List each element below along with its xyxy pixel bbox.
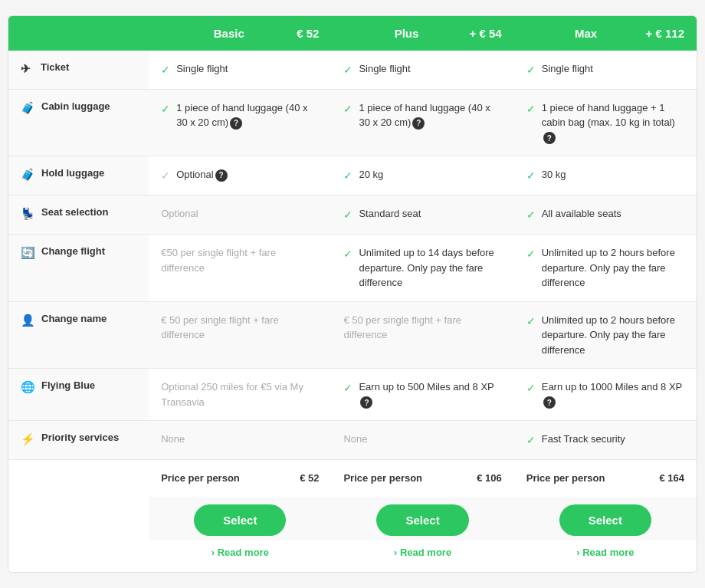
table-row: 👤 Change name € 50 per single flight + f… <box>8 301 697 369</box>
price-label-empty <box>8 460 149 497</box>
help-icon[interactable]: ? <box>215 169 228 182</box>
row-icon: 🧳 <box>21 101 35 115</box>
check-green-icon: ✓ <box>526 207 537 223</box>
cell-text: Optional? <box>176 167 227 182</box>
row-icon: ✈ <box>21 62 34 76</box>
select-empty <box>8 497 149 540</box>
check-green-icon: ✓ <box>526 432 537 448</box>
row-icon: 🔄 <box>21 246 35 260</box>
cell-content: € 50 per single flight + fare difference <box>161 313 319 343</box>
read-more-plus-link[interactable]: Read more <box>394 547 451 558</box>
plus-cell: ✓ Standard seat <box>331 195 513 235</box>
price-cell-content: Price per person € 52 <box>161 471 319 486</box>
cell-content: ✓ 1 piece of hand luggage + 1 cabin bag … <box>526 100 684 146</box>
row-label: 🔄 Change flight <box>21 245 136 260</box>
cell-text: Optional <box>161 206 198 222</box>
max-cell: ✓ All available seats <box>514 195 697 235</box>
cell-text: Unlimited up to 2 hours before departure… <box>542 313 684 358</box>
price-cell-plus-content: Price per person € 106 <box>343 471 501 486</box>
max-label: Max <box>575 27 597 40</box>
basic-cell: € 50 per single flight + fare difference <box>149 301 331 369</box>
cell-text: € 50 per single flight + fare difference <box>161 313 319 343</box>
cell-content: ✓ Single flight <box>161 61 319 78</box>
cell-text: None <box>161 432 185 447</box>
price-cell-basic: Price per person € 52 <box>149 460 331 497</box>
basic-cell: ✓ 1 piece of hand luggage (40 x 30 x 20 … <box>149 89 331 156</box>
check-green-icon: ✓ <box>161 62 172 78</box>
price-row: Price per person € 52 Price per person €… <box>8 460 697 497</box>
cell-content: ✓ Single flight <box>343 61 501 78</box>
check-green-icon: ✓ <box>343 62 354 78</box>
row-label-text: Seat selection <box>41 206 108 218</box>
check-green-icon: ✓ <box>343 246 354 262</box>
cell-content: None <box>161 432 319 447</box>
cell-text: None <box>343 432 367 447</box>
cell-text: Unlimited up to 2 hours before departure… <box>542 245 684 291</box>
cell-content: ✓ Unlimited up to 2 hours before departu… <box>526 245 684 291</box>
read-more-max-link[interactable]: Read more <box>576 547 634 558</box>
select-row: Select Select Select <box>8 497 697 540</box>
row-label-text: Hold luggage <box>41 167 104 179</box>
cell-content: Optional 250 miles for €5 via My Transav… <box>161 379 319 409</box>
basic-total-price: € 52 <box>300 471 319 486</box>
help-icon[interactable]: ? <box>543 396 556 409</box>
cell-content: ✓ 20 kg <box>343 167 501 184</box>
table-row: 🧳 Hold luggage ✓ Optional? ✓ 20 kg ✓ 30 … <box>8 156 697 195</box>
max-cell: ✓ Unlimited up to 2 hours before departu… <box>514 235 697 302</box>
cell-text: Standard seat <box>359 206 421 222</box>
max-cell: ✓ Earn up to 1000 Miles and 8 XP? <box>514 369 697 421</box>
row-label: 👤 Change name <box>21 313 136 327</box>
help-icon[interactable]: ? <box>543 132 556 144</box>
check-green-icon: ✓ <box>526 246 537 262</box>
cell-text: 20 kg <box>359 167 383 182</box>
cell-text: Fast Track security <box>542 432 625 447</box>
select-plus-button[interactable]: Select <box>376 504 468 536</box>
price-cell-plus: Price per person € 106 <box>331 460 513 497</box>
row-icon: 💺 <box>21 207 35 221</box>
table-row: 🧳 Cabin luggage ✓ 1 piece of hand luggag… <box>8 89 697 156</box>
cell-content: ✓ Unlimited up to 14 days before departu… <box>343 245 501 291</box>
row-label-text: Ticket <box>41 61 69 73</box>
row-label-text: Change name <box>41 313 107 324</box>
check-green-icon: ✓ <box>526 168 537 184</box>
plus-cell: ✓ 1 piece of hand luggage (40 x 30 x 20 … <box>331 89 513 156</box>
cell-text: 1 piece of hand luggage + 1 cabin bag (m… <box>542 100 684 146</box>
row-label: 🧳 Hold luggage <box>21 167 136 182</box>
basic-cell: ✓ Single flight <box>149 51 331 90</box>
cell-content: €50 per single flight + fare difference <box>161 245 319 275</box>
cell-content: None <box>343 432 501 447</box>
row-label-cell: 👤 Change name <box>8 301 149 369</box>
help-icon[interactable]: ? <box>360 396 372 409</box>
row-label-cell: 🔄 Change flight <box>8 235 149 302</box>
row-label-cell: 💺 Seat selection <box>8 195 149 235</box>
cell-content: ✓ Earn up to 500 Miles and 8 XP? <box>343 379 501 409</box>
help-icon[interactable]: ? <box>412 117 425 130</box>
header-empty <box>8 16 149 51</box>
select-basic-button[interactable]: Select <box>194 504 286 536</box>
plus-price: + € 54 <box>470 27 502 40</box>
check-green-icon: ✓ <box>343 168 354 184</box>
max-cell: ✓ 1 piece of hand luggage + 1 cabin bag … <box>514 89 697 156</box>
help-icon[interactable]: ? <box>230 117 242 130</box>
plus-total-price: € 106 <box>477 471 502 486</box>
cell-text: Earn up to 1000 Miles and 8 XP? <box>542 379 684 409</box>
cell-content: ✓ Fast Track security <box>526 432 684 448</box>
max-price: + € 112 <box>646 27 684 40</box>
check-green-icon: ✓ <box>526 314 537 330</box>
max-cell: ✓ 30 kg <box>514 156 697 195</box>
row-label-text: Change flight <box>41 245 105 257</box>
cell-text: Single flight <box>176 61 228 77</box>
row-icon: 🌐 <box>21 380 35 394</box>
table-row: ✈ Ticket ✓ Single flight ✓ Single flight… <box>8 51 697 90</box>
price-cell-max-content: Price per person € 164 <box>526 471 684 486</box>
cell-text: Single flight <box>542 61 593 77</box>
select-max-button[interactable]: Select <box>559 504 651 536</box>
basic-cell: ✓ Optional? <box>149 156 331 195</box>
cell-text: 1 piece of hand luggage (40 x 30 x 20 cm… <box>176 100 319 130</box>
cell-text: Earn up to 500 Miles and 8 XP? <box>359 379 501 409</box>
plus-label: Plus <box>395 27 419 40</box>
table-row: 💺 Seat selection Optional ✓ Standard sea… <box>8 195 697 235</box>
read-more-basic-link[interactable]: Read more <box>212 547 269 558</box>
row-label-cell: 🧳 Hold luggage <box>8 156 149 195</box>
cell-content: ✓ 1 piece of hand luggage (40 x 30 x 20 … <box>161 100 319 130</box>
